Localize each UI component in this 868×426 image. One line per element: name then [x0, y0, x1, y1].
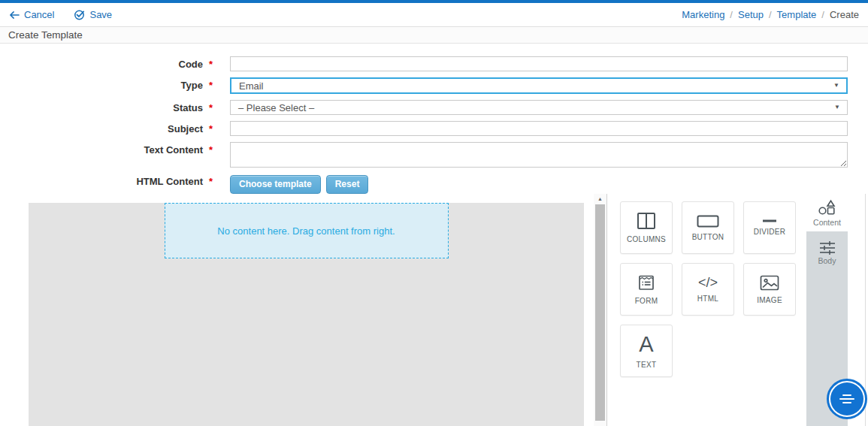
breadcrumb-marketing[interactable]: Marketing — [682, 9, 724, 20]
required-marker: * — [209, 174, 224, 187]
html-builder: No content here. Drag content from right… — [0, 194, 868, 426]
subject-label: Subject — [0, 121, 203, 134]
type-select-value: Email — [239, 80, 264, 92]
subject-row: Subject * — [0, 121, 868, 136]
email-canvas: No content here. Drag content from right… — [29, 203, 584, 426]
text-content-row: Text Content * — [0, 142, 868, 168]
breadcrumb-separator: / — [769, 9, 772, 20]
block-label: COLUMNS — [627, 235, 666, 243]
block-divider[interactable]: DIVIDER — [743, 201, 796, 254]
tab-body-label: Body — [806, 256, 848, 265]
sliders-icon — [806, 240, 848, 255]
page-title-bar: Create Template — [0, 27, 868, 44]
breadcrumb: Marketing / Setup / Template / Create — [682, 9, 859, 20]
text-content-textarea[interactable] — [230, 142, 848, 168]
save-button[interactable]: Save — [74, 9, 112, 20]
type-label: Type — [0, 77, 203, 91]
required-marker: * — [209, 100, 224, 113]
block-button[interactable]: BUTTON — [682, 201, 734, 254]
breadcrumb-separator: / — [730, 9, 733, 20]
text-content-label: Text Content — [0, 142, 203, 156]
type-select[interactable]: Email ▼ — [230, 77, 848, 94]
block-image[interactable]: IMAGE — [743, 263, 796, 316]
text-letter-icon: A — [639, 334, 653, 355]
image-icon — [760, 275, 779, 291]
scrollbar-thumb[interactable] — [595, 204, 605, 421]
block-label: HTML — [697, 295, 718, 303]
breadcrumb-create: Create — [830, 9, 859, 20]
block-form[interactable]: FORM — [620, 263, 673, 316]
breadcrumb-separator: / — [821, 9, 824, 20]
cancel-label: Cancel — [24, 9, 54, 20]
tab-content[interactable]: Content — [806, 194, 848, 231]
cancel-button[interactable]: Cancel — [9, 9, 54, 20]
block-columns[interactable]: COLUMNS — [620, 201, 673, 254]
code-label: Code — [0, 56, 203, 70]
builder-menu-fab[interactable] — [827, 379, 867, 419]
back-arrow-icon — [9, 11, 20, 20]
block-label: TEXT — [637, 361, 657, 369]
type-row: Type * Email ▼ — [0, 77, 868, 94]
block-label: FORM — [635, 297, 658, 305]
tab-body[interactable]: Body — [806, 231, 848, 265]
chevron-down-icon: ▼ — [833, 83, 839, 89]
chevron-down-icon: ▼ — [834, 104, 840, 110]
template-form: Code * Type * Email ▼ Status * – Please … — [0, 44, 868, 194]
status-select-value: – Please Select – — [238, 102, 314, 113]
required-marker: * — [209, 56, 224, 70]
builder-scrollbar[interactable]: ▲ — [594, 194, 607, 426]
breadcrumb-template[interactable]: Template — [777, 9, 817, 20]
block-text[interactable]: A TEXT — [620, 325, 673, 377]
required-marker: * — [209, 77, 224, 91]
status-select[interactable]: – Please Select – ▼ — [230, 100, 848, 115]
block-label: DIVIDER — [754, 228, 786, 236]
code-row: Code * — [0, 56, 868, 71]
form-icon — [637, 273, 655, 292]
block-label: IMAGE — [757, 296, 782, 304]
code-input[interactable] — [230, 56, 848, 71]
shapes-icon — [806, 198, 848, 216]
block-html[interactable]: </> HTML — [682, 263, 734, 316]
status-label: Status — [0, 100, 203, 113]
scroll-up-arrow-icon[interactable]: ▲ — [594, 194, 606, 204]
required-marker: * — [209, 121, 224, 134]
button-icon — [697, 215, 719, 228]
html-code-icon: </> — [698, 276, 718, 289]
content-blocks: COLUMNS BUTTON DIVIDER FORM — [620, 201, 796, 377]
columns-icon — [637, 212, 656, 230]
divider-icon — [762, 219, 777, 222]
menu-lines-icon — [830, 382, 863, 415]
block-label: BUTTON — [692, 233, 724, 241]
choose-template-button[interactable]: Choose template — [230, 175, 321, 194]
reset-button[interactable]: Reset — [326, 175, 369, 194]
required-marker: * — [209, 142, 224, 156]
subject-input[interactable] — [230, 121, 848, 136]
html-content-row: HTML Content * Choose template Reset — [0, 174, 868, 194]
content-dropzone[interactable]: No content here. Drag content from right… — [165, 203, 449, 258]
tab-content-label: Content — [806, 218, 848, 227]
page-title: Create Template — [8, 29, 83, 41]
save-check-icon — [74, 9, 85, 20]
save-label: Save — [89, 9, 112, 20]
status-row: Status * – Please Select – ▼ — [0, 100, 868, 115]
toolbar: Cancel Save Marketing / Setup / Template… — [0, 3, 868, 27]
dropzone-hint: No content here. Drag content from right… — [217, 225, 395, 237]
breadcrumb-setup[interactable]: Setup — [738, 9, 764, 20]
html-content-label: HTML Content — [0, 174, 203, 187]
